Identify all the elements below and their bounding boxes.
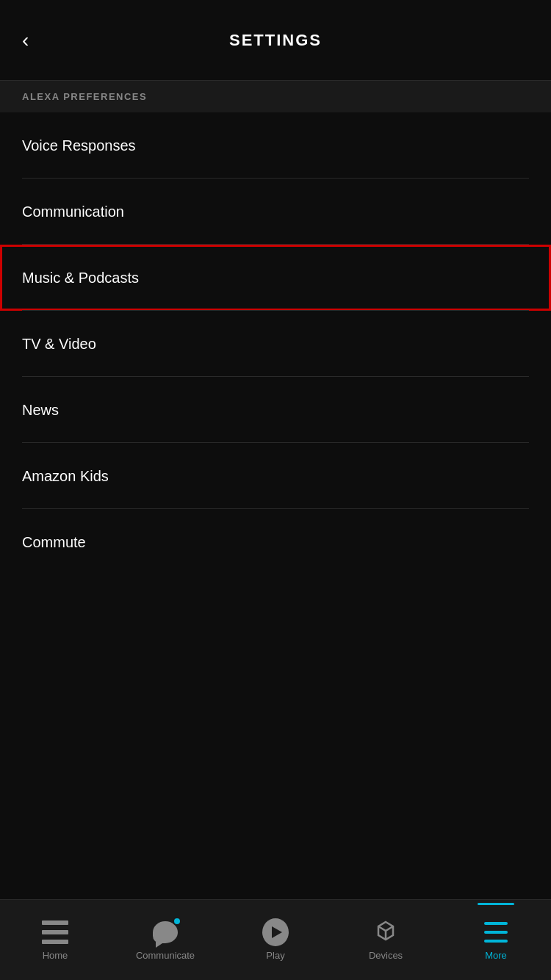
menu-item-label: News xyxy=(22,402,59,419)
play-icon xyxy=(262,919,289,945)
section-header: ALEXA PREFERENCES xyxy=(0,81,551,112)
nav-label-communicate: Communicate xyxy=(136,950,195,961)
bottom-navigation: Home Communicate Play Devices xyxy=(0,899,551,980)
nav-label-play: Play xyxy=(266,950,284,961)
active-indicator xyxy=(478,903,514,905)
home-icon xyxy=(42,919,68,945)
menu-item-label: Commute xyxy=(22,534,86,551)
menu-list: Voice Responses Communication Music & Po… xyxy=(0,112,551,575)
menu-item-music-podcasts[interactable]: Music & Podcasts xyxy=(0,245,551,311)
menu-item-voice-responses[interactable]: Voice Responses xyxy=(0,112,551,179)
menu-item-news[interactable]: News xyxy=(0,377,551,443)
communicate-icon xyxy=(152,919,179,945)
page-title: SETTINGS xyxy=(229,31,322,50)
nav-item-home[interactable]: Home xyxy=(0,900,110,980)
nav-label-home: Home xyxy=(43,950,68,961)
nav-item-play[interactable]: Play xyxy=(220,900,331,980)
nav-item-more[interactable]: More xyxy=(441,900,551,980)
back-button[interactable]: ‹ xyxy=(22,30,29,51)
nav-item-devices[interactable]: Devices xyxy=(331,900,441,980)
nav-label-more: More xyxy=(485,950,507,961)
content-area: ALEXA PREFERENCES Voice Responses Commun… xyxy=(0,81,551,899)
menu-item-label: TV & Video xyxy=(22,336,96,353)
devices-icon xyxy=(372,919,399,945)
menu-item-communication[interactable]: Communication xyxy=(0,179,551,245)
menu-item-commute[interactable]: Commute xyxy=(0,509,551,575)
menu-item-amazon-kids[interactable]: Amazon Kids xyxy=(0,443,551,509)
notification-badge xyxy=(173,917,181,926)
more-icon xyxy=(483,919,509,945)
menu-item-label: Music & Podcasts xyxy=(22,270,139,287)
nav-item-communicate[interactable]: Communicate xyxy=(110,900,220,980)
menu-item-label: Amazon Kids xyxy=(22,468,109,485)
menu-item-label: Voice Responses xyxy=(22,137,136,154)
nav-label-devices: Devices xyxy=(369,950,403,961)
menu-item-tv-video[interactable]: TV & Video xyxy=(0,311,551,377)
menu-item-label: Communication xyxy=(22,203,124,220)
settings-header: ‹ SETTINGS xyxy=(0,0,551,81)
